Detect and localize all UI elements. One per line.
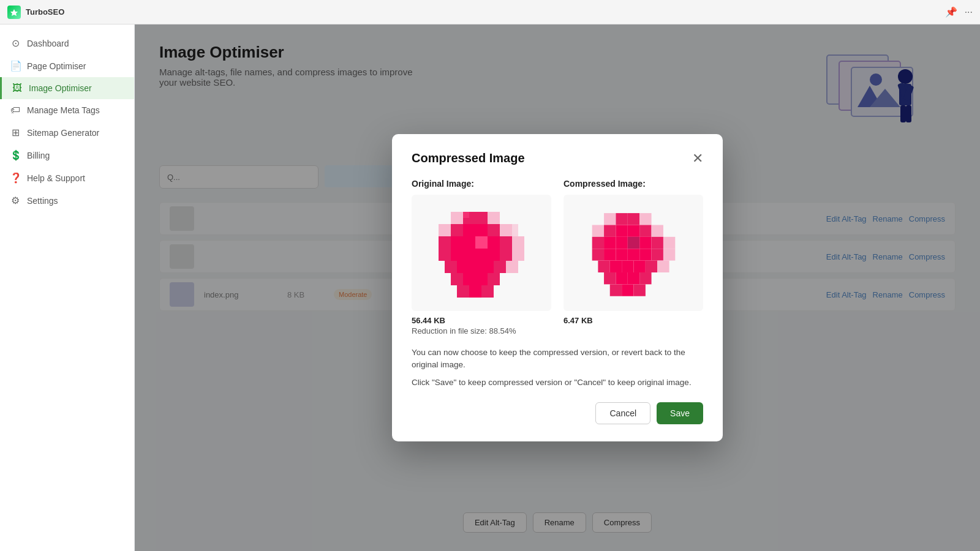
page-optimiser-icon: 📄 xyxy=(10,60,21,72)
svg-rect-19 xyxy=(475,224,488,236)
svg-rect-53 xyxy=(616,213,627,225)
svg-rect-84 xyxy=(627,272,639,284)
svg-rect-48 xyxy=(481,285,494,298)
sidebar-label-image-optimiser: Image Optimiser xyxy=(29,83,92,93)
svg-rect-83 xyxy=(616,272,627,284)
svg-rect-86 xyxy=(609,284,621,296)
svg-rect-46 xyxy=(457,285,469,298)
content-area: Image Optimiser Manage alt-tags, file na… xyxy=(135,24,980,551)
svg-rect-68 xyxy=(663,236,674,248)
compressed-image-modal: Compressed Image ✕ Original Image: xyxy=(392,134,723,441)
sidebar-item-manage-meta-tags[interactable]: 🏷 Manage Meta Tags xyxy=(0,99,134,121)
svg-rect-74 xyxy=(651,249,663,260)
svg-rect-70 xyxy=(604,249,616,260)
svg-rect-54 xyxy=(627,213,639,225)
sidebar-item-sitemap-generator[interactable]: ⊞ Sitemap Generator xyxy=(0,121,134,144)
svg-rect-76 xyxy=(598,260,609,272)
compressed-size: 6.47 KB xyxy=(564,316,703,325)
svg-rect-43 xyxy=(463,273,475,285)
svg-rect-33 xyxy=(488,249,500,261)
modal-overlay: Compressed Image ✕ Original Image: xyxy=(135,24,980,551)
reduction-info: Reduction in file size: 88.54% xyxy=(412,326,551,335)
svg-rect-61 xyxy=(651,225,663,236)
app-title: TurboSEO xyxy=(26,7,64,17)
sidebar-label-manage-meta: Manage Meta Tags xyxy=(27,105,100,115)
svg-rect-56 xyxy=(592,225,603,236)
sidebar-item-billing[interactable]: 💲 Billing xyxy=(0,144,134,167)
svg-rect-50 xyxy=(500,224,512,236)
image-comparison: Original Image: xyxy=(412,179,703,335)
sidebar-item-dashboard[interactable]: ⊙ Dashboard xyxy=(0,32,134,54)
save-button[interactable]: Save xyxy=(657,402,703,424)
svg-rect-85 xyxy=(639,272,651,284)
sitemap-icon: ⊞ xyxy=(10,127,21,138)
svg-rect-87 xyxy=(622,284,633,296)
sidebar-item-image-optimiser[interactable]: 🖼 Image Optimiser xyxy=(0,77,134,99)
billing-icon: 💲 xyxy=(10,149,21,161)
svg-rect-30 xyxy=(451,249,463,261)
original-heart-image xyxy=(432,206,530,301)
main-layout: ⊙ Dashboard 📄 Page Optimiser 🖼 Image Opt… xyxy=(0,24,980,551)
pin-icon[interactable]: 📌 xyxy=(945,6,957,18)
svg-rect-38 xyxy=(469,261,481,273)
svg-rect-73 xyxy=(639,249,651,260)
svg-rect-47 xyxy=(469,285,481,298)
svg-rect-24 xyxy=(463,236,475,249)
svg-rect-26 xyxy=(488,236,500,249)
original-size: 56.44 KB xyxy=(412,316,551,325)
sidebar-item-settings[interactable]: ⚙ Settings xyxy=(0,189,134,212)
svg-rect-45 xyxy=(488,273,500,285)
svg-rect-77 xyxy=(609,260,621,272)
svg-rect-60 xyxy=(639,225,651,236)
svg-rect-64 xyxy=(616,236,627,248)
svg-rect-18 xyxy=(463,224,475,236)
svg-rect-22 xyxy=(439,236,451,249)
sidebar-item-help-support[interactable]: ❓ Help & Support xyxy=(0,167,134,189)
svg-rect-40 xyxy=(494,261,506,273)
svg-rect-59 xyxy=(627,225,639,236)
title-bar: TurboSEO 📌 ··· xyxy=(0,0,980,24)
svg-rect-49 xyxy=(463,212,469,218)
svg-rect-58 xyxy=(616,225,627,236)
more-icon[interactable]: ··· xyxy=(965,7,973,18)
svg-rect-63 xyxy=(604,236,616,248)
sidebar-label-help: Help & Support xyxy=(27,173,85,183)
svg-rect-12 xyxy=(451,212,463,224)
svg-rect-39 xyxy=(481,261,494,273)
svg-rect-14 xyxy=(475,212,488,224)
original-image-panel: Original Image: xyxy=(412,179,551,335)
svg-rect-79 xyxy=(633,260,645,272)
svg-rect-67 xyxy=(651,236,663,248)
svg-rect-66 xyxy=(639,236,651,248)
modal-close-button[interactable]: ✕ xyxy=(692,152,703,165)
sidebar-label-dashboard: Dashboard xyxy=(27,39,69,48)
modal-header: Compressed Image ✕ xyxy=(412,151,703,165)
svg-rect-75 xyxy=(663,249,674,260)
svg-rect-51 xyxy=(512,224,518,236)
compressed-image-panel: Compressed Image: xyxy=(564,179,703,335)
modal-title: Compressed Image xyxy=(412,151,525,165)
cancel-button[interactable]: Cancel xyxy=(595,402,650,424)
svg-rect-15 xyxy=(488,212,500,224)
svg-rect-31 xyxy=(463,249,475,261)
manage-meta-icon: 🏷 xyxy=(10,105,21,116)
svg-rect-41 xyxy=(506,261,518,273)
svg-rect-81 xyxy=(657,260,669,272)
app-logo xyxy=(7,6,21,19)
svg-rect-65 xyxy=(627,236,639,248)
svg-rect-23 xyxy=(451,236,463,249)
svg-rect-52 xyxy=(604,213,616,225)
modal-footer: Cancel Save xyxy=(412,402,703,424)
svg-rect-35 xyxy=(512,249,524,261)
sidebar-label-settings: Settings xyxy=(27,196,58,206)
svg-rect-28 xyxy=(512,236,524,249)
svg-rect-72 xyxy=(627,249,639,260)
svg-rect-57 xyxy=(604,225,616,236)
svg-rect-80 xyxy=(645,260,657,272)
svg-rect-42 xyxy=(451,273,463,285)
svg-rect-82 xyxy=(604,272,616,284)
svg-rect-62 xyxy=(592,236,603,248)
sidebar-item-page-optimiser[interactable]: 📄 Page Optimiser xyxy=(0,54,134,77)
svg-rect-27 xyxy=(500,236,512,249)
info-text-1: You can now choose to keep the compresse… xyxy=(412,347,703,372)
